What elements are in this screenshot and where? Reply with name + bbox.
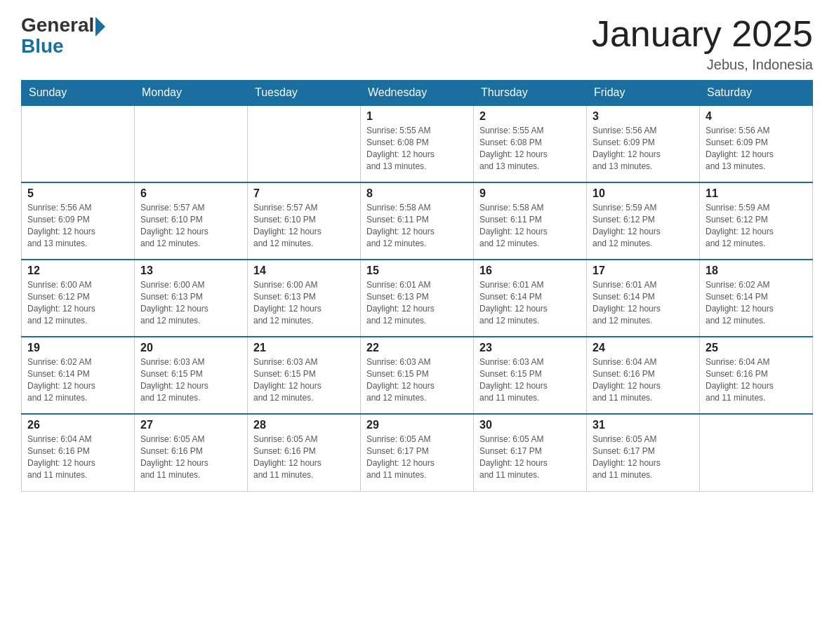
calendar-cell: 1Sunrise: 5:55 AM Sunset: 6:08 PM Daylig… <box>361 105 474 182</box>
day-info: Sunrise: 5:56 AM Sunset: 6:09 PM Dayligh… <box>27 202 128 249</box>
calendar-cell: 22Sunrise: 6:03 AM Sunset: 6:15 PM Dayli… <box>361 337 474 414</box>
calendar-cell: 16Sunrise: 6:01 AM Sunset: 6:14 PM Dayli… <box>474 260 587 337</box>
calendar-cell: 20Sunrise: 6:03 AM Sunset: 6:15 PM Dayli… <box>135 337 248 414</box>
title-block: January 2025 Jebus, Indonesia <box>592 14 813 73</box>
day-number: 1 <box>366 110 468 123</box>
calendar-cell: 18Sunrise: 6:02 AM Sunset: 6:14 PM Dayli… <box>700 260 813 337</box>
calendar-header-friday: Friday <box>587 81 700 106</box>
day-number: 11 <box>706 187 807 200</box>
day-info: Sunrise: 6:01 AM Sunset: 6:13 PM Dayligh… <box>366 279 468 326</box>
day-number: 4 <box>706 110 807 123</box>
day-number: 25 <box>706 342 807 354</box>
day-number: 17 <box>593 264 694 277</box>
calendar-cell: 23Sunrise: 6:03 AM Sunset: 6:15 PM Dayli… <box>474 337 587 414</box>
calendar-cell: 5Sunrise: 5:56 AM Sunset: 6:09 PM Daylig… <box>22 182 135 260</box>
day-info: Sunrise: 6:03 AM Sunset: 6:15 PM Dayligh… <box>140 356 241 403</box>
day-number: 31 <box>593 419 694 431</box>
calendar-cell <box>135 105 248 182</box>
week-row-4: 19Sunrise: 6:02 AM Sunset: 6:14 PM Dayli… <box>22 337 813 414</box>
calendar-cell: 14Sunrise: 6:00 AM Sunset: 6:13 PM Dayli… <box>248 260 361 337</box>
day-info: Sunrise: 6:00 AM Sunset: 6:12 PM Dayligh… <box>27 279 128 326</box>
day-info: Sunrise: 5:57 AM Sunset: 6:10 PM Dayligh… <box>140 202 241 249</box>
week-row-1: 1Sunrise: 5:55 AM Sunset: 6:08 PM Daylig… <box>22 105 813 182</box>
day-info: Sunrise: 6:04 AM Sunset: 6:16 PM Dayligh… <box>706 356 807 403</box>
day-number: 12 <box>27 264 128 277</box>
day-info: Sunrise: 6:00 AM Sunset: 6:13 PM Dayligh… <box>253 279 355 326</box>
day-number: 22 <box>366 342 468 354</box>
calendar-cell: 17Sunrise: 6:01 AM Sunset: 6:14 PM Dayli… <box>587 260 700 337</box>
day-info: Sunrise: 6:03 AM Sunset: 6:15 PM Dayligh… <box>479 356 581 403</box>
day-info: Sunrise: 6:00 AM Sunset: 6:13 PM Dayligh… <box>140 279 241 326</box>
calendar-cell: 8Sunrise: 5:58 AM Sunset: 6:11 PM Daylig… <box>361 182 474 260</box>
week-row-2: 5Sunrise: 5:56 AM Sunset: 6:09 PM Daylig… <box>22 182 813 260</box>
day-number: 6 <box>140 187 241 200</box>
week-row-3: 12Sunrise: 6:00 AM Sunset: 6:12 PM Dayli… <box>22 260 813 337</box>
day-number: 13 <box>140 264 241 277</box>
calendar-header-thursday: Thursday <box>474 81 587 106</box>
day-info: Sunrise: 5:59 AM Sunset: 6:12 PM Dayligh… <box>706 202 807 249</box>
day-info: Sunrise: 5:55 AM Sunset: 6:08 PM Dayligh… <box>479 125 581 172</box>
day-number: 2 <box>479 110 581 123</box>
day-info: Sunrise: 5:57 AM Sunset: 6:10 PM Dayligh… <box>253 202 355 249</box>
calendar-cell: 12Sunrise: 6:00 AM Sunset: 6:12 PM Dayli… <box>22 260 135 337</box>
calendar-header-tuesday: Tuesday <box>248 81 361 106</box>
page-header: General Blue January 2025 Jebus, Indones… <box>21 14 813 73</box>
day-number: 18 <box>706 264 807 277</box>
logo: General Blue <box>21 14 105 58</box>
day-number: 9 <box>479 187 581 200</box>
day-number: 24 <box>593 342 694 354</box>
logo-arrow-icon <box>95 17 105 36</box>
calendar-cell: 2Sunrise: 5:55 AM Sunset: 6:08 PM Daylig… <box>474 105 587 182</box>
day-info: Sunrise: 6:03 AM Sunset: 6:15 PM Dayligh… <box>253 356 355 403</box>
day-number: 3 <box>593 110 694 123</box>
day-number: 7 <box>253 187 355 200</box>
calendar-cell: 24Sunrise: 6:04 AM Sunset: 6:16 PM Dayli… <box>587 337 700 414</box>
day-info: Sunrise: 6:05 AM Sunset: 6:17 PM Dayligh… <box>366 434 468 481</box>
day-number: 5 <box>27 187 128 200</box>
day-info: Sunrise: 6:05 AM Sunset: 6:16 PM Dayligh… <box>140 434 241 481</box>
day-number: 10 <box>593 187 694 200</box>
day-number: 29 <box>366 419 468 431</box>
day-number: 15 <box>366 264 468 277</box>
day-info: Sunrise: 6:02 AM Sunset: 6:14 PM Dayligh… <box>27 356 128 403</box>
calendar-cell: 19Sunrise: 6:02 AM Sunset: 6:14 PM Dayli… <box>22 337 135 414</box>
calendar-cell: 30Sunrise: 6:05 AM Sunset: 6:17 PM Dayli… <box>474 414 587 491</box>
calendar-header-row: SundayMondayTuesdayWednesdayThursdayFrid… <box>22 81 813 106</box>
calendar-header-monday: Monday <box>135 81 248 106</box>
day-info: Sunrise: 6:05 AM Sunset: 6:16 PM Dayligh… <box>253 434 355 481</box>
day-number: 21 <box>253 342 355 354</box>
day-number: 27 <box>140 419 241 431</box>
calendar-cell: 25Sunrise: 6:04 AM Sunset: 6:16 PM Dayli… <box>700 337 813 414</box>
calendar-cell: 26Sunrise: 6:04 AM Sunset: 6:16 PM Dayli… <box>22 414 135 491</box>
calendar-cell <box>22 105 135 182</box>
calendar-cell: 28Sunrise: 6:05 AM Sunset: 6:16 PM Dayli… <box>248 414 361 491</box>
calendar-cell: 6Sunrise: 5:57 AM Sunset: 6:10 PM Daylig… <box>135 182 248 260</box>
day-info: Sunrise: 6:01 AM Sunset: 6:14 PM Dayligh… <box>593 279 694 326</box>
day-number: 16 <box>479 264 581 277</box>
calendar-table: SundayMondayTuesdayWednesdayThursdayFrid… <box>21 80 813 492</box>
calendar-cell: 15Sunrise: 6:01 AM Sunset: 6:13 PM Dayli… <box>361 260 474 337</box>
day-info: Sunrise: 6:05 AM Sunset: 6:17 PM Dayligh… <box>593 434 694 481</box>
day-number: 23 <box>479 342 581 354</box>
day-info: Sunrise: 6:04 AM Sunset: 6:16 PM Dayligh… <box>593 356 694 403</box>
calendar-cell: 7Sunrise: 5:57 AM Sunset: 6:10 PM Daylig… <box>248 182 361 260</box>
calendar-header-sunday: Sunday <box>22 81 135 106</box>
day-info: Sunrise: 5:59 AM Sunset: 6:12 PM Dayligh… <box>593 202 694 249</box>
day-info: Sunrise: 5:55 AM Sunset: 6:08 PM Dayligh… <box>366 125 468 172</box>
calendar-title: January 2025 <box>592 14 813 54</box>
calendar-subtitle: Jebus, Indonesia <box>592 57 813 73</box>
calendar-cell: 13Sunrise: 6:00 AM Sunset: 6:13 PM Dayli… <box>135 260 248 337</box>
calendar-cell: 21Sunrise: 6:03 AM Sunset: 6:15 PM Dayli… <box>248 337 361 414</box>
day-info: Sunrise: 6:02 AM Sunset: 6:14 PM Dayligh… <box>706 279 807 326</box>
day-info: Sunrise: 5:58 AM Sunset: 6:11 PM Dayligh… <box>479 202 581 249</box>
day-number: 26 <box>27 419 128 431</box>
calendar-cell: 27Sunrise: 6:05 AM Sunset: 6:16 PM Dayli… <box>135 414 248 491</box>
day-info: Sunrise: 6:05 AM Sunset: 6:17 PM Dayligh… <box>479 434 581 481</box>
week-row-5: 26Sunrise: 6:04 AM Sunset: 6:16 PM Dayli… <box>22 414 813 491</box>
day-info: Sunrise: 5:56 AM Sunset: 6:09 PM Dayligh… <box>593 125 694 172</box>
day-number: 28 <box>253 419 355 431</box>
day-number: 8 <box>366 187 468 200</box>
day-info: Sunrise: 6:03 AM Sunset: 6:15 PM Dayligh… <box>366 356 468 403</box>
calendar-cell: 3Sunrise: 5:56 AM Sunset: 6:09 PM Daylig… <box>587 105 700 182</box>
calendar-cell: 11Sunrise: 5:59 AM Sunset: 6:12 PM Dayli… <box>700 182 813 260</box>
